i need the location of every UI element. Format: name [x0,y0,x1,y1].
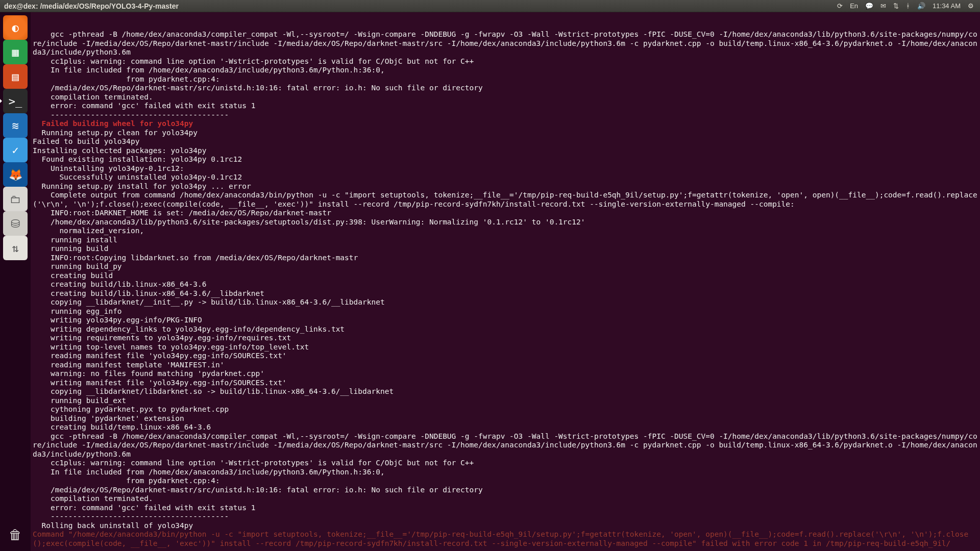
system-tray: ⟳ En 💬 ✉ ⇅ ᚼ 🔊 11:34 AM ⚙ [837,2,980,10]
terminal-line: /media/dex/OS/Repo/darknet-mastr/src/uni… [33,84,978,93]
chat-icon[interactable]: 💬 [865,2,873,10]
terminal-line: from pydarknet.cpp:4: [33,477,978,486]
terminal-line: Running setup.py clean for yolo34py [33,129,978,138]
network-icon[interactable]: ⇅ [893,2,899,10]
clock[interactable]: 11:34 AM [933,2,961,10]
terminal-line: Running setup.py install for yolo34py ..… [33,182,978,191]
terminal-line: creating build/temp.linux-x86_64-3.6 [33,423,978,432]
terminal-line: ---------------------------------------- [33,111,978,120]
terminal-line: cc1plus: warning: command line option '-… [33,57,978,66]
launcher-usb[interactable]: ⇅ [3,236,28,260]
launcher-terminal[interactable]: >_ [3,89,28,113]
terminal-line: Successfully uninstalled yolo34py-0.1rc1… [33,173,978,182]
terminal-line: creating build [33,271,978,281]
terminal-line: cythoning pydarknet.pyx to pydarknet.cpp [33,405,978,414]
mail-icon[interactable]: ✉ [880,2,886,10]
terminal-line: Installing collected packages: yolo34py [33,146,978,156]
terminal-line: error: command 'gcc' failed with exit st… [33,102,978,111]
terminal-line: copying __libdarknet/libdarknet.so -> bu… [33,387,978,396]
unity-launcher: ◐▦▤>_≋✓🦊🗀⛁⇅ 🗑 [0,12,31,551]
terminal-line: Failed to build yolo34py [33,137,978,146]
terminal-line: creating build/lib.linux-x86_64-3.6 [33,280,978,289]
launcher-libreoffice-impress[interactable]: ▤ [3,64,28,89]
terminal-line: cc1plus: warning: command line option '-… [33,459,978,468]
trash-icon[interactable]: 🗑 [3,522,28,547]
terminal-line: normalized_version, [33,227,978,236]
terminal-line: ---------------------------------------- [33,512,978,521]
terminal-line: compilation terminated. [33,93,978,102]
terminal-line: INFO:root:Copying libdarknet.so from /me… [33,254,978,263]
terminal-line: error: command 'gcc' failed with exit st… [33,504,978,513]
terminal-line: building 'pydarknet' extension [33,414,978,423]
terminal-line: writing requirements to yolo34py.egg-inf… [33,334,978,343]
terminal-line: writing top-level names to yolo34py.egg-… [33,343,978,352]
sync-icon[interactable]: ⟳ [837,2,843,10]
terminal-line: running build [33,244,978,254]
terminal-line: /home/dex/anaconda3/lib/python3.6/site-p… [33,218,978,227]
keyboard-lang-indicator[interactable]: En [850,2,858,10]
window-title: dex@dex: /media/dex/OS/Repo/YOLO3-4-Py-m… [0,2,179,10]
session-gear-icon[interactable]: ⚙ [968,2,974,10]
terminal-line: writing manifest file 'yolo34py.egg-info… [33,379,978,388]
launcher-files[interactable]: 🗀 [3,187,28,211]
terminal-line: running install [33,236,978,245]
terminal-viewport[interactable]: gcc -pthread -B /home/dex/anaconda3/comp… [31,12,980,551]
terminal-line: /media/dex/OS/Repo/darknet-mastr/src/uni… [33,486,978,495]
terminal-line: Found existing installation: yolo34py 0.… [33,155,978,164]
terminal-line: compilation terminated. [33,494,978,504]
terminal-line: In file included from /home/dex/anaconda… [33,468,978,477]
launcher-vscode[interactable]: ≋ [3,113,28,138]
launcher-drive[interactable]: ⛁ [3,211,28,236]
terminal-line: copying __libdarknet/__init__.py -> buil… [33,298,978,307]
volume-icon[interactable]: 🔊 [917,2,925,10]
launcher-todo-app[interactable]: ✓ [3,138,28,162]
launcher-firefox[interactable]: 🦊 [3,162,28,187]
top-menubar: dex@dex: /media/dex/OS/Repo/YOLO3-4-Py-m… [0,0,980,12]
terminal-line: running egg_info [33,307,978,316]
launcher-libreoffice-calc[interactable]: ▦ [3,40,28,64]
terminal-line: reading manifest file 'yolo34py.egg-info… [33,352,978,361]
terminal-line: reading manifest template 'MANIFEST.in' [33,361,978,370]
terminal-line: Rolling back uninstall of yolo34py [33,521,978,531]
terminal-line: INFO:root:DARKNET_HOME is set: /media/de… [33,209,978,218]
terminal-line: from pydarknet.cpp:4: [33,75,978,84]
terminal-line: running build_ext [33,396,978,406]
terminal-line: Failed building wheel for yolo34py [33,119,978,129]
terminal-line: writing dependency_links to yolo34py.egg… [33,325,978,334]
terminal-line: running build_py [33,262,978,271]
launcher-ubuntu-dash[interactable]: ◐ [3,15,28,40]
terminal-line: Command "/home/dex/anaconda3/bin/python … [33,530,978,548]
terminal-line: gcc -pthread -B /home/dex/anaconda3/comp… [33,30,978,57]
terminal-line: writing yolo34py.egg-info/PKG-INFO [33,316,978,325]
terminal-line: Complete output from command /home/dex/a… [33,191,978,209]
terminal-line: Uninstalling yolo34py-0.1rc12: [33,164,978,173]
terminal-line: gcc -pthread -B /home/dex/anaconda3/comp… [33,432,978,459]
bluetooth-icon[interactable]: ᚼ [906,2,910,10]
terminal-line: creating build/lib.linux-x86_64-3.6/__li… [33,289,978,298]
terminal-line: warning: no files found matching 'pydark… [33,369,978,379]
terminal-line: In file included from /home/dex/anaconda… [33,66,978,75]
